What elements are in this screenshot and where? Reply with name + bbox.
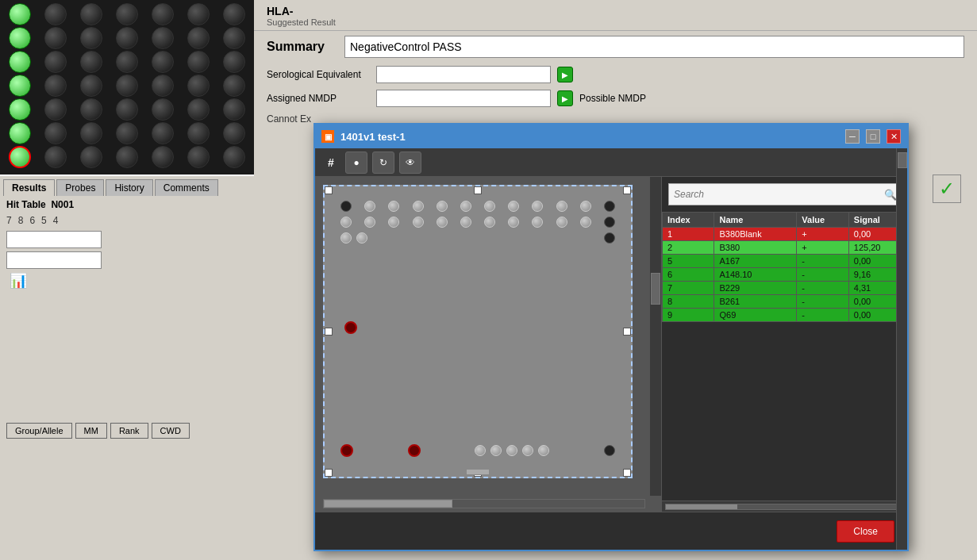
buttons-row: Group/Allele MM Rank CWD [0,420,254,442]
dot-c1 [9,27,31,49]
tray-dot [604,445,615,456]
tray-dot [484,201,495,212]
rank-button[interactable]: Rank [110,423,148,439]
modal-title: 1401v1 test-1 [340,131,839,143]
dot-f3 [80,98,102,121]
table-row[interactable]: 9 Q69 - 0,00 [663,309,907,322]
dot-f1 [9,98,31,121]
dot-f2 [44,98,67,121]
dot-g6 [187,122,210,144]
tray-image-area[interactable] [315,177,661,512]
dot-e3 [80,75,102,97]
dot-g3 [80,122,102,144]
table-row[interactable]: 5 A167 - 0,00 [663,255,907,268]
search-input[interactable] [669,189,881,200]
cell-index: 1 [663,228,714,241]
dot-c4 [116,27,138,49]
image-h-scroll-thumb[interactable] [324,500,452,508]
dot-f7 [223,98,245,121]
tray-dot [604,232,615,244]
tray-dot [413,201,424,212]
dot-b4 [116,3,138,25]
cell-value: - [797,255,848,268]
modal-minimize-button[interactable]: ─ [845,129,860,144]
dot-c5 [152,27,174,49]
circle-button[interactable]: ● [345,152,367,174]
tab-history[interactable]: History [106,179,152,196]
table-row[interactable]: 2 B380 + 125,20 [663,241,907,255]
group-allele-button[interactable]: Group/Allele [6,423,72,439]
cell-value: + [797,228,848,241]
data-table: Index Name Value Signal 1 B380Blank + 0,… [662,212,907,322]
modal-close-x-button[interactable]: ✕ [887,129,901,144]
table-row[interactable]: 7 B229 - 4,31 [663,282,907,295]
checkmark-button[interactable]: ✓ [933,175,961,203]
dot-c6 [187,27,210,49]
tray-dot [460,201,471,212]
tray-dot [556,217,567,228]
dot-e4 [116,75,138,97]
modal-right-scroll-thumb[interactable] [898,152,907,168]
modal-right-scrollbar[interactable] [896,148,907,550]
tray-dot [356,232,367,244]
dot-h6 [187,146,210,168]
cell-value: - [797,295,848,309]
tab-comments[interactable]: Comments [155,179,218,196]
dot-h4 [116,146,138,168]
cwd-button[interactable]: CWD [152,423,190,439]
tab-probes[interactable]: Probes [56,179,104,196]
suggested-result-label: Suggested Result [267,17,964,27]
col-name: Name [714,213,797,228]
tab-bar: Results Probes History Comments [0,176,254,196]
table-row[interactable]: 1 B380Blank + 0,00 [663,228,907,241]
cell-value: - [797,282,848,295]
tray-dot-red [408,444,421,457]
tray-dot [437,217,448,228]
dot-d2 [44,51,67,73]
cell-index: 8 [663,295,714,309]
dot-b6 [187,3,210,25]
modal-maximize-button[interactable]: □ [866,129,880,144]
image-horizontal-scrollbar[interactable] [323,499,645,508]
table-row[interactable]: 6 A148.10 - 9,16 [663,268,907,282]
image-scrollbar-right[interactable] [650,177,661,496]
serological-input[interactable] [376,66,551,83]
assigned-green-btn[interactable]: ▶ [557,90,573,106]
field-input-1[interactable] [6,231,102,248]
tray-dot [364,201,375,212]
tray-dot [364,217,375,228]
refresh-button[interactable]: ↻ [372,152,394,174]
tray-dot [532,217,543,228]
eye-button[interactable]: 👁 [399,152,421,174]
modal-h-scroll-thumb[interactable] [666,504,737,509]
modal-right-panel: 🔍 Index Name Value Signal 1 B3 [661,177,907,512]
table-row[interactable]: 8 B261 - 0,00 [663,295,907,309]
cell-index: 9 [663,309,714,322]
modal-dialog: ▣ 1401v1 test-1 ─ □ ✕ # ● ↻ 👁 [313,123,909,551]
dot-e1 [9,75,31,97]
mm-button[interactable]: MM [75,423,107,439]
tray-dot [532,201,543,212]
dot-h2 [44,146,67,168]
serological-green-btn[interactable]: ▶ [557,67,573,82]
assigned-input[interactable] [376,90,551,107]
chart-icon: 📊 [6,272,248,290]
modal-bottom-scrollbar[interactable] [662,501,907,512]
dot-h3 [80,146,102,168]
dot-grid [0,0,254,175]
tab-results[interactable]: Results [3,179,55,196]
dot-d5 [152,51,174,73]
modal-h-scrollbar-track[interactable] [665,504,904,510]
cell-name: A167 [714,255,797,268]
serological-label: Serological Equivalent [267,69,370,80]
tray-dot [475,445,486,456]
dot-d3 [80,51,102,73]
tray-dot [413,217,424,228]
possible-label: Possible NMDP [579,93,646,104]
cell-name: B380Blank [714,228,797,241]
close-button[interactable]: Close [837,520,894,543]
summary-label: Summary [267,40,338,54]
dot-b1 [9,3,31,25]
image-scrollbar-thumb[interactable] [651,273,660,305]
field-input-2[interactable] [6,251,102,269]
